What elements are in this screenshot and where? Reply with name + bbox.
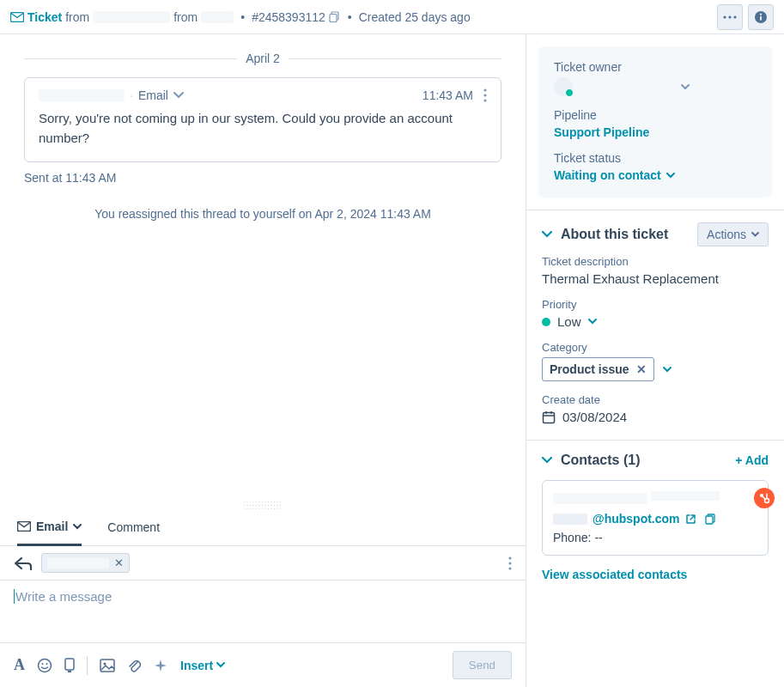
- svg-point-3: [723, 15, 726, 18]
- tab-comment[interactable]: Comment: [107, 510, 160, 544]
- text-format-button[interactable]: A: [14, 656, 25, 674]
- recipient-chip[interactable]: ✕: [41, 553, 130, 573]
- svg-rect-20: [68, 671, 71, 672]
- svg-point-15: [508, 567, 511, 569]
- create-date-value[interactable]: 03/08/2024: [562, 410, 627, 424]
- info-icon: [754, 10, 768, 24]
- status-label: Ticket status: [554, 151, 757, 165]
- owner-selector[interactable]: [554, 77, 757, 96]
- remove-category[interactable]: ✕: [636, 362, 647, 376]
- chevron-down-icon: [216, 662, 225, 668]
- svg-point-9: [483, 88, 486, 91]
- chevron-down-icon: [542, 231, 552, 238]
- priority-selector[interactable]: Low: [542, 314, 769, 329]
- tab-email[interactable]: Email: [17, 509, 82, 546]
- avatar: [554, 77, 573, 96]
- more-button[interactable]: [717, 4, 743, 30]
- svg-point-18: [46, 663, 48, 665]
- pipeline-link[interactable]: Support Pipeline: [554, 125, 757, 139]
- svg-point-4: [728, 15, 731, 18]
- redacted-name-1: [93, 11, 170, 23]
- compose-placeholder: Write a message: [14, 589, 112, 604]
- sent-time-line: Sent at 11:43 AM: [24, 171, 501, 185]
- knowledge-button[interactable]: [64, 658, 75, 673]
- svg-point-5: [733, 15, 736, 18]
- svg-rect-21: [100, 660, 114, 672]
- dot-sep-2: •: [348, 10, 352, 24]
- view-associated-link[interactable]: View associated contacts: [526, 556, 784, 581]
- from-label-2: from: [173, 10, 198, 24]
- reply-button[interactable]: [14, 556, 33, 570]
- hubspot-badge-icon: [754, 488, 775, 508]
- message-time: 11:43 AM: [422, 88, 473, 102]
- actions-label: Actions: [707, 228, 746, 241]
- phone-label: Phone:: [553, 531, 591, 544]
- ellipsis-icon: [723, 15, 737, 19]
- toolbar-divider: [87, 656, 88, 675]
- mail-icon: [17, 521, 31, 532]
- message-body: Sorry, you're not coming up in our syste…: [39, 109, 487, 148]
- contacts-section-toggle[interactable]: Contacts (1): [542, 453, 640, 468]
- emoji-button[interactable]: [37, 658, 52, 673]
- svg-rect-8: [760, 15, 762, 20]
- calendar-icon: [542, 410, 556, 424]
- image-button[interactable]: [100, 659, 115, 672]
- redacted-contact-name: [553, 493, 647, 504]
- channel-dropdown[interactable]: [173, 92, 184, 99]
- tab-comment-label: Comment: [107, 520, 160, 534]
- contacts-title: Contacts (1): [561, 453, 640, 468]
- chevron-down-icon: [751, 232, 759, 237]
- ticket-link[interactable]: Ticket: [10, 10, 62, 24]
- svg-point-16: [39, 659, 52, 672]
- reassign-note: You reassigned this thread to yourself o…: [24, 207, 501, 221]
- svg-point-17: [42, 663, 44, 665]
- tab-email-label: Email: [36, 520, 68, 533]
- redacted-contact-subtitle: [651, 491, 720, 501]
- compose-input[interactable]: Write a message: [0, 581, 526, 642]
- chevron-down-icon: [588, 319, 597, 325]
- insert-button[interactable]: Insert: [180, 659, 225, 672]
- contact-card[interactable]: @hubspot.com Phone: --: [542, 480, 769, 556]
- copy-icon[interactable]: [705, 514, 716, 525]
- date-divider: April 2: [24, 52, 501, 65]
- about-title: About this ticket: [561, 227, 668, 242]
- redacted-owner: [580, 81, 674, 93]
- info-button[interactable]: [748, 4, 774, 30]
- ticket-number: #2458393112: [252, 10, 325, 24]
- from-label-1: from: [65, 10, 89, 24]
- message-menu[interactable]: [483, 88, 487, 102]
- copy-icon[interactable]: [329, 11, 341, 23]
- ticket-label-text: Ticket: [27, 10, 62, 24]
- contact-email-domain[interactable]: @hubspot.com: [593, 512, 680, 526]
- about-section-toggle[interactable]: About this ticket: [542, 227, 668, 242]
- send-button[interactable]: Send: [453, 651, 512, 679]
- redacted-recipient: [47, 558, 109, 568]
- ai-button[interactable]: [153, 658, 168, 673]
- status-value: Waiting on contact: [554, 168, 661, 182]
- add-contact-link[interactable]: + Add: [735, 453, 769, 467]
- svg-point-7: [760, 13, 762, 15]
- status-selector[interactable]: Waiting on contact: [554, 168, 757, 182]
- category-tag[interactable]: Product issue ✕: [542, 357, 654, 381]
- svg-point-10: [483, 94, 486, 96]
- svg-rect-19: [65, 659, 74, 670]
- external-link-icon[interactable]: [685, 514, 696, 525]
- priority-value: Low: [557, 314, 581, 329]
- chevron-down-icon: [542, 457, 552, 464]
- remove-recipient[interactable]: ✕: [114, 556, 124, 569]
- category-dropdown[interactable]: [663, 367, 672, 373]
- desc-value[interactable]: Thermal Exhaust Replacement: [542, 271, 769, 286]
- dot-sep-1: •: [240, 10, 245, 24]
- attachment-button[interactable]: [127, 658, 141, 673]
- redacted-sender: [39, 89, 125, 101]
- message-card[interactable]: · Email 11:43 AM Sorry, you're not comin…: [24, 77, 501, 162]
- chevron-down-icon: [73, 524, 82, 530]
- actions-button[interactable]: Actions: [697, 222, 769, 246]
- resize-handle[interactable]: ::::::::::::::::::::::::::: [0, 501, 526, 509]
- category-label: Category: [542, 341, 769, 354]
- svg-rect-23: [544, 412, 555, 423]
- mail-icon: [10, 12, 24, 22]
- svg-rect-32: [706, 516, 713, 524]
- chevron-down-icon: [681, 84, 690, 90]
- compose-more-menu[interactable]: [508, 556, 512, 570]
